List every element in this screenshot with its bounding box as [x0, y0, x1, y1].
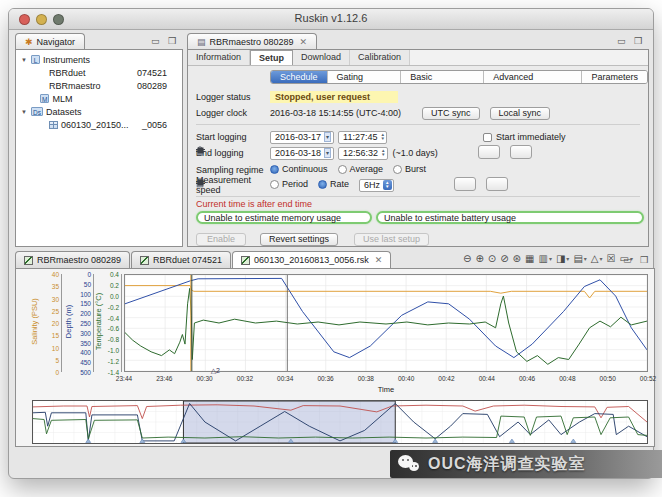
tree-item-datasets[interactable]: ▼DsDatasets — [17, 105, 181, 118]
axis-tick: 0 — [87, 271, 91, 278]
axis-tick: 40 — [52, 271, 59, 278]
zoom-in-icon[interactable]: ⊕ — [475, 253, 483, 264]
zoom-out-icon[interactable]: ⊖ — [463, 253, 471, 264]
event-marker-icon[interactable] — [433, 439, 438, 443]
series-temperature — [125, 288, 647, 364]
memory-icon-button[interactable] — [510, 145, 532, 159]
zoom-window-icon[interactable]: ⊙ — [488, 253, 496, 264]
navigator-tab[interactable]: ✱ Navigator — [15, 33, 85, 50]
start-immediately-option[interactable]: Start immediately — [483, 132, 566, 142]
channels-icon[interactable]: ◨▾ — [556, 253, 569, 264]
lock-icon-button[interactable] — [454, 177, 476, 191]
tree-item-rbrduet[interactable]: RBRduet074521 — [17, 66, 181, 79]
start-time-spinner[interactable]: 11:27:45 ▲▼ — [338, 131, 387, 144]
speed-option-period[interactable]: Period — [270, 179, 308, 189]
sampling-option-burst[interactable]: Burst — [393, 164, 426, 174]
speed-radio[interactable] — [270, 180, 279, 189]
close-icon[interactable]: ✕ — [375, 255, 383, 265]
axis-tick: -0.8 — [108, 336, 119, 343]
wechat-icon — [398, 453, 422, 475]
expander-icon[interactable]: ▼ — [21, 57, 28, 63]
datasets-badge-icon: Ds — [31, 107, 43, 116]
tab-setup[interactable]: Setup — [250, 50, 293, 65]
axis-tick: -0.2 — [108, 304, 119, 311]
event-marker-icon[interactable] — [86, 439, 91, 443]
tab-information[interactable]: Information — [188, 50, 250, 65]
end-date-combo[interactable]: 2016-03-18 ▾ — [270, 147, 334, 160]
plot-tab-060130-20160813-0056-rsk[interactable]: 060130_20160813_0056.rsk✕ — [232, 251, 391, 268]
sampling-option-continuous[interactable]: Continuous — [270, 164, 328, 174]
zoom-x-icon[interactable]: ⊘ — [500, 253, 508, 264]
tree-item-dataset-file[interactable]: 060130_20150..._0056 — [17, 118, 181, 131]
tree-item-instruments[interactable]: ▼LInstruments — [17, 53, 181, 66]
expander-icon[interactable]: ▼ — [21, 109, 28, 115]
tab-download[interactable]: Download — [293, 50, 350, 65]
zoom-selection-region[interactable] — [183, 401, 395, 443]
end-time-spinner[interactable]: 12:56:32 ▲▼ — [338, 147, 388, 160]
close-icon[interactable]: ✕ — [300, 37, 308, 47]
navigator-tab-label: Navigator — [37, 37, 76, 47]
grid-icon[interactable]: ▦ — [525, 253, 534, 264]
navigator-minimize-maximize-icons[interactable]: ▭ ❒ — [151, 36, 179, 46]
sampling-option-label: Continuous — [282, 164, 328, 174]
end-time-warning: Current time is after end time — [196, 199, 312, 209]
event-annotation-marker[interactable]: △2 — [211, 368, 220, 374]
plot-tab-label: 060130_20160813_0056.rsk — [254, 255, 369, 265]
enable-button[interactable]: Enable — [196, 233, 246, 246]
editor-minimize-maximize-icons[interactable]: ▭ ❒ — [617, 36, 645, 46]
axis-tick: 250 — [80, 320, 91, 327]
subtab-basic-configuration[interactable]: Basic configuration — [400, 71, 483, 83]
sampling-option-average[interactable]: Average — [338, 164, 383, 174]
subtab-parameters[interactable]: Parameters — [581, 71, 647, 83]
revert-settings-button[interactable]: Revert settings — [260, 233, 338, 246]
table-icon[interactable]: ▤▾ — [573, 253, 586, 264]
axis-tick: -0.6 — [108, 325, 119, 332]
local-sync-button[interactable]: Local sync — [490, 107, 551, 120]
annotations-icon[interactable]: △▾ — [591, 253, 603, 264]
tree-item-mlm[interactable]: MMLM — [17, 92, 181, 105]
overview-chart[interactable] — [32, 400, 648, 444]
battery-usage-bar: Unable to estimate battery usage — [376, 211, 644, 224]
chart-type-icon[interactable]: ▥▾ — [538, 253, 551, 264]
main-chart[interactable] — [124, 274, 648, 372]
event-marker-icon[interactable] — [571, 439, 576, 443]
subtab-gating-condition[interactable]: Gating condition — [327, 71, 401, 83]
action-buttons-row: Enable Revert settings Use last setup — [196, 232, 642, 246]
subtab-schedule[interactable]: Schedule — [271, 71, 327, 83]
time-tick: 00:34 — [277, 375, 293, 382]
plot-tab-rbrduet-074521[interactable]: RBRduet 074521 — [131, 251, 231, 268]
sampling-options: ContinuousAverageBurst — [270, 164, 436, 176]
time-tick: 00:36 — [317, 375, 333, 382]
subtab-advanced-configuration[interactable]: Advanced configuration — [483, 71, 581, 83]
utc-sync-button[interactable]: UTC sync — [422, 107, 480, 120]
sampling-radio[interactable] — [338, 165, 347, 174]
rate-value: 6Hz — [364, 180, 380, 190]
start-immediately-checkbox[interactable] — [483, 133, 492, 142]
time-tick: 00:40 — [398, 375, 414, 382]
close-plot-icon[interactable]: ☒ — [607, 253, 616, 264]
plot-minimize-maximize-icons[interactable]: ▭ ❒ — [623, 255, 651, 265]
compass-icon: ✱ — [25, 37, 33, 47]
sampling-radio[interactable] — [270, 165, 279, 174]
pan-icon[interactable]: ⊛ — [513, 253, 521, 264]
sampling-radio[interactable] — [393, 165, 402, 174]
tab-calibration[interactable]: Calibration — [350, 50, 410, 65]
use-last-setup-button[interactable]: Use last setup — [354, 233, 429, 246]
speed-option-rate[interactable]: Rate — [318, 179, 349, 189]
speed-radio[interactable] — [318, 180, 327, 189]
plot-tab-rbrmaestro-080289[interactable]: RBRmaestro 080289 — [15, 251, 130, 268]
rate-combo[interactable]: 6Hz ▲▼ — [359, 179, 393, 192]
speed-option-label: Period — [282, 179, 308, 189]
start-date-combo[interactable]: 2016-03-17 ▾ — [270, 131, 334, 144]
speed-option-label: Rate — [330, 179, 349, 189]
editor-tab[interactable]: ▤ RBRmaestro 080289 ✕ — [187, 33, 317, 50]
memory-icon-button[interactable] — [486, 177, 508, 191]
event-marker-icon[interactable] — [509, 439, 514, 443]
start-logging-row: Start logging 2016-03-17 ▾ 11:27:45 ▲▼ S… — [196, 130, 642, 144]
tree-item-rbrmaestro[interactable]: RBRmaestro080289 — [17, 79, 181, 92]
speed-icon-buttons — [454, 177, 517, 193]
axis-tick: 400 — [80, 349, 91, 356]
title-bar[interactable]: Ruskin v1.12.6 — [9, 9, 653, 30]
lock-icon-button[interactable] — [478, 145, 500, 159]
axis-tick: 150 — [80, 300, 91, 307]
